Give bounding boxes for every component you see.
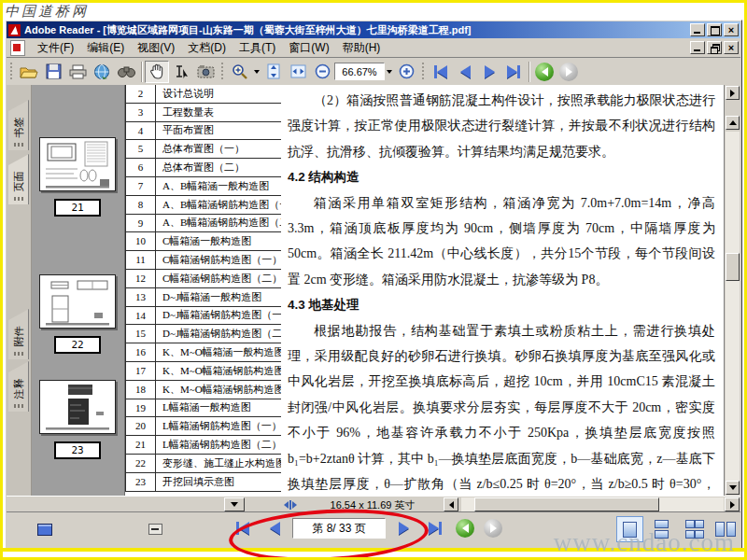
- previous-page-button[interactable]: [453, 61, 477, 83]
- fit-page-button[interactable]: [261, 61, 286, 83]
- zoom-in-button[interactable]: [394, 61, 418, 83]
- thumbnail-page-number[interactable]: 23: [54, 441, 101, 459]
- first-page-icon: [239, 522, 249, 535]
- menu-document[interactable]: 文档(D): [181, 38, 233, 58]
- email-button[interactable]: [90, 61, 114, 83]
- zoom-tool-dropdown[interactable]: [252, 61, 261, 83]
- scrollbar-thumb[interactable]: [726, 253, 740, 281]
- menu-help[interactable]: 帮助(H): [336, 38, 388, 58]
- snapshot-tool-button[interactable]: [193, 61, 218, 83]
- tab-grip-icon: [14, 352, 23, 356]
- search-button[interactable]: [114, 61, 138, 83]
- open-button[interactable]: [17, 61, 41, 83]
- go-forward-button[interactable]: [559, 63, 578, 81]
- tab-pages[interactable]: 页面: [8, 154, 29, 204]
- drawing-list-row: 18 K、M~O幅箱涵钢筋构造图（二）: [125, 381, 281, 399]
- zoom-in-tool-button[interactable]: [228, 61, 252, 83]
- select-text-tool-button[interactable]: [169, 61, 193, 83]
- tab-attachments[interactable]: 附件: [8, 309, 29, 359]
- scroll-up-button[interactable]: [726, 116, 740, 130]
- last-page-button[interactable]: [421, 516, 449, 540]
- toolbar-separator: [141, 62, 142, 82]
- panel-splitter-handle[interactable]: [283, 498, 298, 511]
- thumbnail-page-number[interactable]: 21: [54, 199, 101, 217]
- menu-window[interactable]: 窗口(W): [282, 38, 335, 58]
- page-thumbnail[interactable]: 23: [39, 380, 116, 459]
- close-icon: ×: [725, 41, 738, 54]
- tab-label: 书签: [12, 125, 26, 138]
- drawing-list-row: 13 D~J幅箱涵一般构造图: [125, 288, 281, 307]
- first-page-button[interactable]: [429, 61, 453, 83]
- first-page-button[interactable]: [229, 516, 257, 540]
- first-page-icon: [437, 65, 447, 78]
- toolbar-grip[interactable]: [220, 63, 225, 81]
- drawing-list-row: 16 K、M~O幅箱涵一般构造图: [125, 343, 281, 362]
- panel-scroll-down-button[interactable]: [224, 497, 245, 511]
- drawing-sheet-title: L幅箱涵钢筋构造图（一）: [156, 419, 281, 433]
- save-button[interactable]: [41, 61, 65, 83]
- page-number-input[interactable]: 第 8/ 33 页: [292, 518, 386, 539]
- hide-panel-button[interactable]: [33, 518, 57, 540]
- scrollbar-thumb[interactable]: [474, 497, 659, 511]
- previous-page-button[interactable]: [261, 516, 289, 540]
- menu-tools[interactable]: 工具(T): [233, 38, 282, 58]
- collapse-button[interactable]: [143, 518, 167, 540]
- scrollbar-track[interactable]: [726, 132, 740, 481]
- fit-width-button[interactable]: [286, 61, 310, 83]
- minimize-button[interactable]: [690, 23, 705, 36]
- close-button[interactable]: ×: [724, 23, 739, 36]
- drawing-sheet-number: 15: [126, 325, 156, 343]
- next-page-button[interactable]: [477, 61, 501, 83]
- drawing-sheet-title: 平面布置图: [156, 123, 214, 137]
- scroll-down-button[interactable]: [726, 481, 740, 495]
- zoom-level-input[interactable]: 66.67%: [334, 63, 385, 80]
- horizontal-scrollbar[interactable]: [461, 497, 724, 511]
- print-button[interactable]: [65, 61, 90, 83]
- menu-file[interactable]: 文件(F): [31, 38, 80, 58]
- go-back-button[interactable]: [456, 519, 474, 538]
- tab-bookmarks[interactable]: 书签: [8, 100, 29, 150]
- toolbar-grip[interactable]: [421, 63, 426, 81]
- drawing-sheet-number: 6: [126, 159, 156, 176]
- drawing-sheet-number: 16: [126, 343, 156, 361]
- next-page-icon: [399, 522, 409, 535]
- doc-close-button[interactable]: ×: [724, 41, 739, 54]
- drawing-sheet-number: 18: [126, 381, 156, 399]
- go-forward-button[interactable]: [484, 519, 502, 538]
- page-thumbnail[interactable]: 22: [39, 274, 116, 354]
- tab-label: 页面: [12, 179, 26, 192]
- site-watermark: 中国道桥网: [5, 3, 89, 20]
- drawing-list-row: 11 C幅箱涵钢筋构造图（一）: [125, 251, 281, 270]
- menu-view[interactable]: 视图(V): [131, 38, 181, 58]
- vertical-scrollbar[interactable]: [724, 85, 740, 496]
- minimize-icon: [694, 49, 700, 51]
- doc-restore-button[interactable]: [707, 41, 722, 54]
- thumbnail-image: [39, 274, 116, 329]
- drawing-list-row: 15 D~J幅箱涵钢筋构造图（二）: [125, 325, 281, 343]
- hscroll-right-button[interactable]: [725, 497, 740, 511]
- hand-tool-button[interactable]: [145, 61, 169, 83]
- splitter-icon: [289, 500, 291, 510]
- titlebar[interactable]: Adobe Reader - [博览城区域路网项目-山东路一期（蜀蓉大街至梓州大…: [7, 21, 740, 38]
- tab-comments[interactable]: 注释: [8, 361, 29, 412]
- toolbar-overflow-button[interactable]: [726, 86, 740, 100]
- page-thumbnail[interactable]: 21: [39, 137, 116, 217]
- last-page-icon: [517, 65, 520, 78]
- zoom-level-dropdown[interactable]: [385, 61, 394, 83]
- last-page-button[interactable]: [501, 61, 526, 83]
- next-page-button[interactable]: [389, 516, 417, 540]
- tab-grip-icon: [14, 404, 23, 408]
- pdf-document-icon: [10, 40, 25, 56]
- toolbar-grip[interactable]: [9, 63, 14, 81]
- drawing-list-row: 10 C幅箱涵一般构造图: [125, 232, 281, 251]
- menu-edit[interactable]: 编辑(E): [80, 38, 131, 58]
- doc-minimize-button[interactable]: [690, 41, 705, 54]
- hscroll-left-button[interactable]: [444, 497, 458, 511]
- go-back-button[interactable]: [535, 63, 554, 81]
- zoom-out-button[interactable]: [310, 61, 334, 83]
- maximize-button[interactable]: [707, 23, 722, 36]
- text-select-icon: [174, 64, 190, 79]
- drawing-sheet-number: 8: [126, 196, 156, 214]
- thumbnail-page-number[interactable]: 22: [54, 336, 101, 354]
- drawing-sheet-number: 23: [126, 473, 156, 491]
